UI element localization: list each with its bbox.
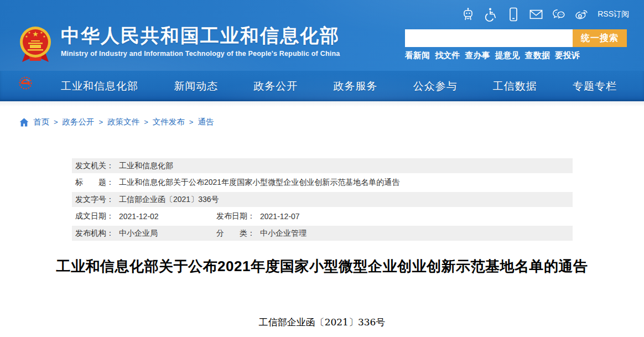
page: ★ ★ ★ ★ ★ 中华人民共和国工业和信息化部 Ministry of Ind… — [0, 0, 644, 337]
breadcrumb: 首页 > 政务公开 > 政策文件 > 文件发布 > 通告 — [19, 117, 214, 127]
meta-cell: 发布日期： 2021-12-07 — [216, 207, 300, 226]
breadcrumb-separator: > — [144, 118, 148, 126]
utility-icon-row: RSS订阅 — [461, 7, 629, 22]
nav-item-news[interactable]: 新闻动态 — [174, 79, 218, 94]
meta-label: 分 类： — [216, 229, 255, 239]
main-nav-items: 工业和信息化部 新闻动态 政务公开 政务服务 公众参与 工信数据 专题专栏 — [61, 71, 617, 101]
meta-value: 中小企业局 — [119, 229, 158, 239]
svg-text:★: ★ — [32, 30, 39, 38]
quick-link-data[interactable]: 查数据 — [525, 50, 550, 61]
quick-link-complaints[interactable]: 要投诉 — [555, 50, 580, 61]
nav-item-gov-disclosure[interactable]: 政务公开 — [253, 79, 298, 94]
meta-cell: 发布机构： 中小企业局 — [72, 229, 158, 239]
unified-search-button[interactable]: 统一搜索 — [573, 29, 627, 47]
search-bar: 统一搜索 — [405, 29, 627, 47]
meta-value: 工业和信息化部关于公布2021年度国家小型微型企业创业创新示范基地名单的通告 — [119, 178, 399, 188]
ai-assistant-robot-icon[interactable] — [461, 7, 475, 22]
breadcrumb-item-home[interactable]: 首页 — [33, 117, 49, 127]
mobile-phone-icon[interactable] — [507, 7, 520, 22]
breadcrumb-item-policy-documents[interactable]: 政策文件 — [107, 117, 139, 127]
meta-cell: 发文字号： 工信部企业函〔2021〕336号 — [72, 195, 219, 205]
meta-cell: 发文机关： 工业和信息化部 — [72, 161, 173, 171]
quick-link-news[interactable]: 看新闻 — [405, 50, 430, 61]
nav-item-gov-services[interactable]: 政务服务 — [333, 79, 377, 94]
meta-row-dates: 成文日期： 2021-12-02 发布日期： 2021-12-07 — [72, 207, 573, 226]
content-top-divider — [0, 101, 644, 107]
mail-envelope-icon[interactable] — [529, 7, 543, 22]
meta-value: 中小企业管理 — [260, 229, 307, 239]
svg-text:★: ★ — [40, 31, 43, 34]
nav-item-public-participation[interactable]: 公众参与 — [413, 79, 458, 94]
meta-label: 发布日期： — [216, 211, 255, 221]
breadcrumb-item-document-release[interactable]: 文件发布 — [153, 117, 185, 127]
meta-cell: 分 类： 中小企业管理 — [216, 226, 307, 241]
breadcrumb-separator: > — [99, 118, 103, 126]
breadcrumb-separator: > — [54, 118, 58, 126]
site-title-block[interactable]: 中华人民共和国工业和信息化部 Ministry of Industry and … — [61, 24, 340, 58]
quick-link-documents[interactable]: 找文件 — [435, 50, 460, 61]
gov-e-logo-icon — [18, 76, 33, 90]
svg-text:★: ★ — [28, 31, 30, 34]
meta-row-title: 标 题： 工业和信息化部关于公布2021年度国家小型微型企业创业创新示范基地名单… — [72, 173, 573, 192]
article-title: 工业和信息化部关于公布2021年度国家小型微型企业创业创新示范基地名单的通告 — [0, 257, 644, 276]
meta-label: 成文日期： — [75, 211, 114, 221]
nav-item-miit-home[interactable]: 工业和信息化部 — [61, 79, 138, 94]
nav-item-special-topics[interactable]: 专题专栏 — [573, 79, 617, 94]
breadcrumb-item-gov-disclosure[interactable]: 政务公开 — [63, 117, 95, 127]
site-title: 中华人民共和国工业和信息化部 — [61, 24, 340, 46]
quick-link-suggestions[interactable]: 提意见 — [495, 50, 520, 61]
weibo-icon[interactable] — [575, 7, 588, 22]
nav-item-miit-data[interactable]: 工信数据 — [493, 79, 537, 94]
meta-value: 2021-12-02 — [119, 212, 159, 221]
breadcrumb-item-notice[interactable]: 通告 — [198, 117, 214, 127]
svg-text:★: ★ — [43, 35, 45, 38]
national-emblem-icon: ★ ★ ★ ★ ★ — [19, 24, 52, 64]
meta-value: 2021-12-07 — [260, 212, 300, 221]
meta-cell: 标 题： 工业和信息化部关于公布2021年度国家小型微型企业创业创新示范基地名单… — [72, 178, 399, 188]
meta-row-publisher-category: 发布机构： 中小企业局 分 类： 中小企业管理 — [72, 226, 573, 241]
document-meta-table: 发文机关： 工业和信息化部 标 题： 工业和信息化部关于公布2021年度国家小型… — [72, 158, 573, 241]
meta-row-document-number: 发文字号： 工信部企业函〔2021〕336号 — [72, 192, 573, 207]
site-header: ★ ★ ★ ★ ★ 中华人民共和国工业和信息化部 Ministry of Ind… — [0, 0, 644, 71]
rss-subscribe-link[interactable]: RSS订阅 — [598, 9, 629, 19]
meta-value: 工信部企业函〔2021〕336号 — [119, 195, 219, 205]
wechat-icon[interactable] — [552, 7, 565, 22]
meta-label: 发文机关： — [75, 161, 114, 171]
accessibility-wheelchair-icon[interactable] — [484, 7, 497, 22]
meta-cell: 成文日期： 2021-12-02 — [72, 211, 159, 221]
svg-text:★: ★ — [25, 35, 28, 38]
national-emblem-logo[interactable]: ★ ★ ★ ★ ★ — [19, 24, 52, 66]
site-subtitle: Ministry of Industry and Information Tec… — [61, 50, 340, 58]
meta-value: 工业和信息化部 — [119, 161, 173, 171]
search-input[interactable] — [405, 29, 573, 47]
home-icon[interactable] — [19, 118, 29, 127]
meta-label: 发文字号： — [75, 195, 114, 205]
article-doc-number: 工信部企业函〔2021〕336号 — [0, 316, 644, 329]
quick-link-services[interactable]: 查办事 — [465, 50, 490, 61]
quick-links-row: 看新闻 找文件 查办事 提意见 查数据 要投诉 — [405, 50, 580, 61]
meta-row-issuing-authority: 发文机关： 工业和信息化部 — [72, 158, 573, 173]
meta-label: 发布机构： — [75, 229, 114, 239]
meta-label: 标 题： — [75, 178, 114, 188]
breadcrumb-separator: > — [189, 118, 194, 126]
